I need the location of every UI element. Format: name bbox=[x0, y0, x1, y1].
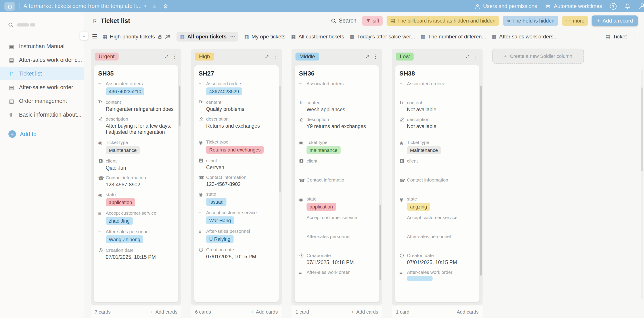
view-list-menu-icon[interactable]: ☰ bbox=[92, 35, 97, 38]
ticket-card[interactable]: SH27 ≡Assocated orders43674023529 Trcent… bbox=[194, 65, 279, 302]
add-cards-button[interactable]: +Add cards bbox=[452, 309, 478, 315]
person-field-icon bbox=[198, 158, 206, 170]
add-cards-button[interactable]: +Add cards bbox=[251, 309, 278, 315]
column-menu-icon[interactable]: ⋮ bbox=[172, 53, 177, 60]
star-icon[interactable]: ☆ bbox=[152, 3, 157, 9]
add-to-button[interactable]: + Add to bbox=[8, 130, 84, 138]
tab-ticket[interactable]: ▤ Ticket bbox=[606, 33, 627, 40]
list-icon: ≡ bbox=[299, 81, 306, 96]
tab-menu-icon[interactable]: ⋯ bbox=[230, 34, 235, 39]
document-icon: ▤ bbox=[8, 57, 14, 63]
column-scrollbar[interactable] bbox=[179, 86, 180, 126]
person-field-icon bbox=[98, 158, 106, 171]
card-id: SH35 bbox=[98, 70, 174, 77]
grid-view-icon: ▦ bbox=[291, 34, 296, 39]
tab-high-priority-tickets[interactable]: ▦ High-priority tickets bbox=[102, 33, 171, 40]
chart-view-icon: ▨ bbox=[421, 34, 426, 39]
search-button[interactable]: Search bbox=[331, 18, 356, 24]
home-button[interactable] bbox=[4, 2, 15, 10]
add-cards-button[interactable]: +Add cards bbox=[351, 309, 378, 315]
tab-todays-after-sales[interactable]: ▨ Today's after salce wer... bbox=[350, 33, 415, 40]
page-scrollbar[interactable] bbox=[641, 70, 643, 300]
sidebar-search-input[interactable] bbox=[8, 22, 76, 28]
document-title[interactable]: Aftermarket tickets come from the templa… bbox=[24, 3, 142, 9]
kanban-board: Urgent ⋮ SH35 ≡Associated orders43674023… bbox=[84, 44, 644, 306]
signature-icon bbox=[400, 117, 407, 136]
list-icon: ≡ bbox=[299, 215, 306, 230]
ticket-type-chip: Maintenance bbox=[407, 146, 441, 154]
order-icon: ▧ bbox=[8, 98, 14, 104]
person-chip: zhao Jing bbox=[106, 217, 133, 225]
field-hidden-badge[interactable]: ∞ The Fefd is hidden bbox=[503, 16, 558, 26]
clipboard-icon: ▤ bbox=[8, 84, 14, 90]
create-column-button[interactable]: + Create a new Soldier column bbox=[492, 49, 584, 64]
list-icon: ≡ bbox=[299, 269, 306, 276]
notifications-bell-icon[interactable] bbox=[624, 3, 631, 9]
collapse-sidebar-button[interactable]: « bbox=[80, 32, 88, 40]
sidebar-item-ticket-list[interactable]: ⚐ Ticket list bbox=[0, 67, 84, 80]
billboard-hidden-badge[interactable]: ▤ The billboard is iused as hidden and h… bbox=[387, 16, 499, 26]
clock-icon bbox=[198, 247, 206, 260]
kanban-view-icon: ▥ bbox=[180, 34, 185, 39]
tab-all-open-tickets[interactable]: ▥ All open tickets ⋯ bbox=[176, 32, 238, 41]
signature-icon bbox=[299, 117, 306, 136]
column-scrollbar[interactable] bbox=[279, 86, 281, 192]
ticket-type-chip: maintenance bbox=[306, 146, 340, 154]
add-record-button[interactable]: + Add a record bbox=[592, 15, 638, 26]
ticket-card[interactable]: SH38 ≡Associated orders TrcontentNot ava… bbox=[395, 65, 480, 302]
list-icon: ≡ bbox=[98, 210, 106, 225]
order-chip: 43674023529 bbox=[206, 87, 242, 95]
sidebar-item-after-sales-work-order[interactable]: ▤ After-sales work order bbox=[0, 80, 84, 94]
card-id: SH36 bbox=[299, 70, 375, 77]
phone-icon: ☎ bbox=[400, 177, 407, 192]
tab-all-customer-tickets[interactable]: ▦ All customer tickets bbox=[291, 33, 344, 40]
page-header: ⚐ Ticket list Search sift ▤ The billboar… bbox=[84, 12, 644, 29]
filter-icon bbox=[366, 18, 370, 23]
sidebar: ▣ Instruchan Manual ▤ After-sales work o… bbox=[0, 12, 84, 318]
list-icon: ≡ bbox=[98, 229, 106, 243]
column-menu-icon[interactable]: ⋮ bbox=[373, 53, 378, 60]
users-permissions-button[interactable]: Users and permissions bbox=[475, 3, 537, 9]
column-scrollbar[interactable] bbox=[380, 205, 381, 280]
ticket-card[interactable]: SH35 ≡Associated orders436740235210 Trco… bbox=[94, 65, 178, 302]
sidebar-item-instruction-manual[interactable]: ▣ Instruchan Manual bbox=[0, 39, 84, 53]
view-tabbar: ☰ ▦ High-priority tickets ▥ All open tic… bbox=[84, 29, 644, 44]
title-caret-icon[interactable]: ▾ bbox=[144, 4, 146, 8]
more-badge[interactable]: ⋯ more bbox=[562, 16, 588, 26]
text-icon: Tr bbox=[400, 100, 407, 113]
help-icon[interactable]: ? bbox=[610, 3, 616, 9]
flag-icon: ⚐ bbox=[8, 70, 14, 77]
tab-after-sales-work-orders[interactable]: ▨ After sales work orders... bbox=[492, 33, 558, 40]
column-footer-middle: 1 card +Add cards bbox=[292, 306, 382, 318]
column-footer-low: 1 card +Add cards bbox=[392, 306, 482, 318]
collapse-column-icon[interactable] bbox=[365, 54, 370, 59]
sidebar-item-after-sales-work-order-c[interactable]: ▤ After-sales work order c... bbox=[0, 53, 84, 67]
column-footer-high: 6 cards +Add cards bbox=[191, 306, 282, 318]
automate-button[interactable]: Automate worktimes bbox=[545, 3, 602, 9]
tab-number-of-different[interactable]: ▨ The number of differen... bbox=[421, 33, 486, 40]
person-chip: Wang Zhihong bbox=[106, 235, 143, 243]
column-menu-icon[interactable]: ⋮ bbox=[272, 53, 278, 60]
order-chip: 436740235210 bbox=[106, 87, 144, 95]
kanban-view-icon: ▥ bbox=[244, 34, 249, 39]
sidebar-item-basic-information[interactable]: Basic information about... bbox=[0, 108, 84, 122]
collapse-column-icon[interactable] bbox=[164, 54, 169, 59]
tab-my-open-tickets[interactable]: ▥ My ope tickets bbox=[244, 33, 285, 40]
column-menu-icon[interactable]: ⋮ bbox=[473, 53, 478, 60]
collapse-column-icon[interactable] bbox=[465, 54, 470, 59]
settings-gear-icon[interactable]: ⚙ bbox=[163, 3, 168, 9]
user-avatar-icon[interactable] bbox=[639, 3, 644, 10]
state-chip: angzing bbox=[407, 203, 430, 211]
signature-icon bbox=[98, 116, 106, 136]
board-icon: ▤ bbox=[390, 18, 395, 24]
collapse-column-icon[interactable] bbox=[264, 54, 269, 59]
sidebar-item-order-management[interactable]: ▧ Order management bbox=[0, 94, 84, 108]
phone-icon: ☎ bbox=[299, 177, 306, 192]
top-bar: Aftermarket tickets come from the templa… bbox=[0, 0, 644, 12]
column-scrollbar[interactable] bbox=[480, 86, 482, 276]
filter-badge[interactable]: sift bbox=[362, 16, 382, 26]
add-view-button[interactable]: + bbox=[633, 33, 637, 40]
ticket-card[interactable]: SH36 ≡Associated orders TrcontentWesh ap… bbox=[294, 65, 379, 302]
add-cards-button[interactable]: +Add cards bbox=[150, 309, 177, 315]
text-icon: Tr bbox=[98, 99, 106, 112]
